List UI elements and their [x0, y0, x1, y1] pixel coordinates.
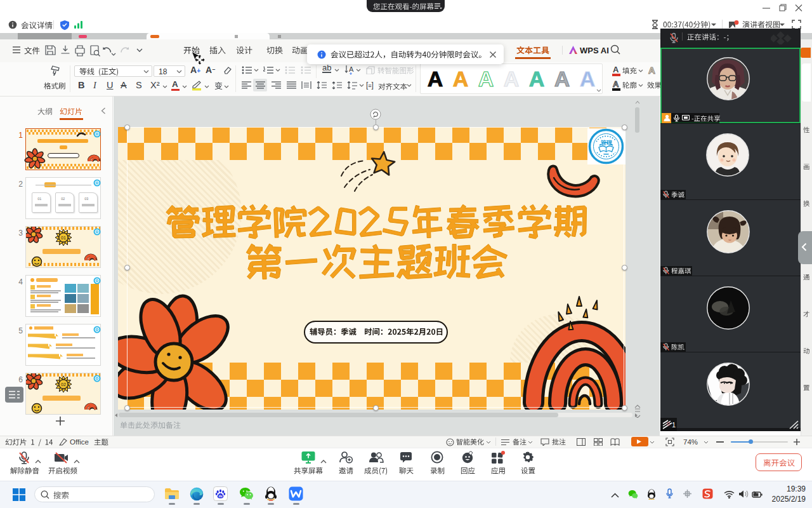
svg-text:01: 01 — [61, 236, 66, 240]
svg-text:A: A — [349, 65, 354, 73]
svg-text:du: du — [218, 494, 222, 498]
svg-text:02: 02 — [61, 382, 66, 387]
